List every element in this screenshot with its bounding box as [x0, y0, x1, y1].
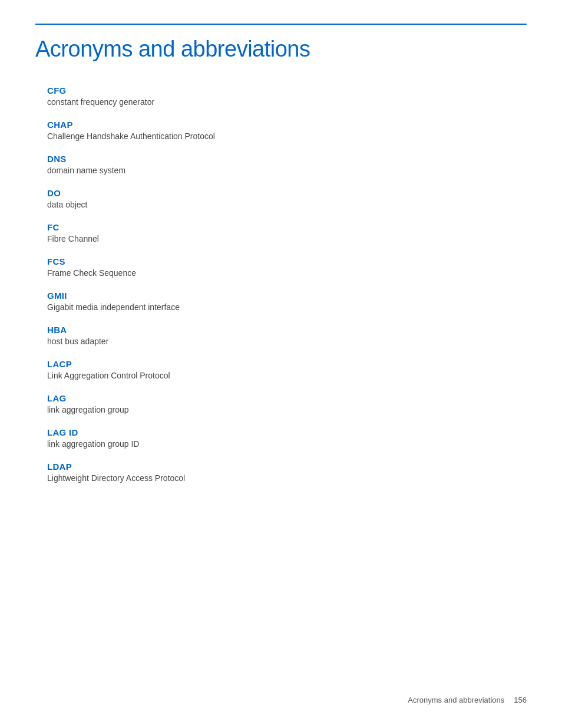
list-item: LACPLink Aggregation Control Protocol: [47, 359, 527, 380]
acronym-list: CFGconstant frequency generatorCHAPChall…: [47, 85, 527, 483]
acronym-term: HBA: [47, 325, 527, 335]
list-item: FCSFrame Check Sequence: [47, 256, 527, 278]
acronym-definition: Link Aggregation Control Protocol: [47, 371, 527, 380]
list-item: CHAPChallenge Handshake Authentication P…: [47, 120, 527, 141]
page-container: Acronyms and abbreviations CFGconstant f…: [0, 0, 562, 728]
top-rule: [35, 24, 527, 25]
acronym-definition: host bus adapter: [47, 337, 527, 346]
acronym-term: LAG: [47, 393, 527, 403]
page-footer: Acronyms and abbreviations 156: [408, 696, 527, 704]
acronym-definition: Fibre Channel: [47, 234, 527, 243]
list-item: LAG IDlink aggregation group ID: [47, 427, 527, 449]
page-title: Acronyms and abbreviations: [35, 37, 527, 62]
acronym-term: CHAP: [47, 120, 527, 130]
list-item: DNSdomain name system: [47, 154, 527, 175]
footer-text: Acronyms and abbreviations: [408, 696, 504, 704]
list-item: DOdata object: [47, 188, 527, 209]
acronym-term: FC: [47, 222, 527, 232]
acronym-term: CFG: [47, 85, 527, 95]
acronym-definition: domain name system: [47, 166, 527, 175]
acronym-definition: constant frequency generator: [47, 97, 527, 107]
acronym-term: LDAP: [47, 462, 527, 472]
list-item: HBAhost bus adapter: [47, 325, 527, 346]
acronym-term: LACP: [47, 359, 527, 369]
acronym-definition: link aggregation group ID: [47, 439, 527, 449]
acronym-definition: Lightweight Directory Access Protocol: [47, 473, 527, 483]
list-item: FCFibre Channel: [47, 222, 527, 243]
acronym-term: GMII: [47, 291, 527, 301]
list-item: GMIIGigabit media independent interface: [47, 291, 527, 312]
acronym-definition: Gigabit media independent interface: [47, 302, 527, 312]
acronym-term: FCS: [47, 256, 527, 266]
acronym-definition: data object: [47, 200, 527, 209]
acronym-definition: Frame Check Sequence: [47, 268, 527, 278]
acronym-term: DO: [47, 188, 527, 198]
footer-page-number: 156: [514, 696, 527, 704]
acronym-definition: link aggregation group: [47, 405, 527, 414]
acronym-term: LAG ID: [47, 427, 527, 437]
list-item: LDAPLightweight Directory Access Protoco…: [47, 462, 527, 483]
acronym-term: DNS: [47, 154, 527, 164]
acronym-definition: Challenge Handshake Authentication Proto…: [47, 131, 527, 141]
list-item: CFGconstant frequency generator: [47, 85, 527, 107]
list-item: LAGlink aggregation group: [47, 393, 527, 414]
